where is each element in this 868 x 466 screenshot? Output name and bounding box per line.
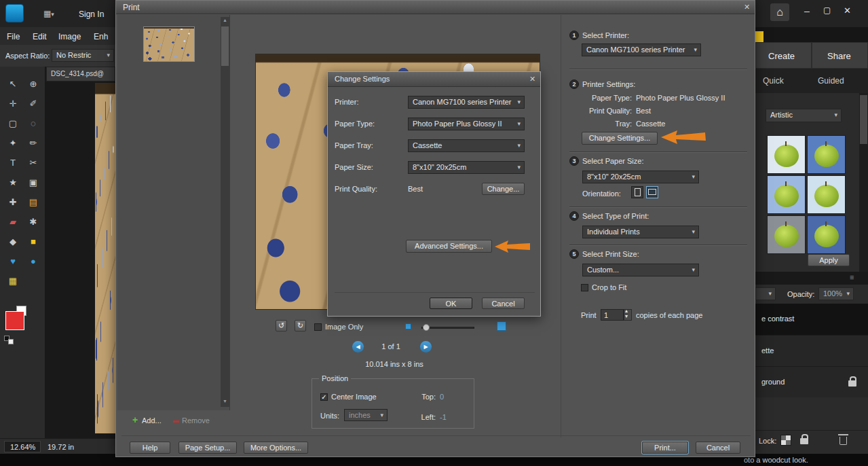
mode-quick[interactable]: Quick	[763, 76, 784, 86]
copies-input[interactable]	[601, 309, 624, 321]
mode-guided[interactable]: Guided	[818, 76, 844, 86]
eyedropper-tool[interactable]: ✐	[24, 96, 42, 112]
tab-create[interactable]: Create	[755, 42, 812, 69]
opacity-dropdown[interactable]: 100%	[818, 287, 854, 300]
remove-icon[interactable]	[173, 420, 179, 423]
change-settings-close-icon[interactable]: ✕	[529, 75, 535, 84]
effect-thumbnail[interactable]	[807, 135, 846, 174]
cs-printer-dropdown[interactable]: Canon MG7100 series Printer	[408, 96, 525, 109]
cs-cancel-button[interactable]: Cancel	[482, 298, 525, 309]
clone-stamp-tool[interactable]: ▣	[24, 175, 42, 191]
layer-row[interactable]: ette	[755, 335, 868, 366]
maximize-button[interactable]: ▢	[823, 5, 831, 15]
copies-spinner[interactable]: ▴ ▾	[624, 309, 632, 321]
change-settings-button[interactable]: Change Settings...	[582, 132, 658, 145]
zoom-level-box[interactable]: 12.64%	[4, 441, 41, 452]
document-tab[interactable]: DSC_4314.psd@	[46, 67, 115, 82]
more-options-button[interactable]: More Options...	[244, 442, 308, 454]
effects-category-dropdown[interactable]: Artistic	[766, 109, 842, 122]
spinner-down-icon[interactable]: ▾	[625, 313, 628, 319]
minimize-button[interactable]: –	[804, 5, 810, 16]
delete-layer-icon[interactable]	[839, 437, 847, 445]
image-only-checkbox[interactable]	[314, 323, 322, 331]
close-window-button[interactable]: ✕	[844, 5, 851, 16]
print-size-dropdown[interactable]: Custom...	[582, 264, 699, 276]
marquee-tool[interactable]: ▢	[4, 115, 22, 132]
effects-scrollbar-thumb[interactable]	[860, 95, 867, 144]
move-tool[interactable]: ↖	[4, 76, 22, 92]
help-button[interactable]: Help	[130, 442, 170, 454]
menu-image[interactable]: Image	[58, 32, 81, 41]
units-dropdown[interactable]: inches	[344, 409, 388, 421]
center-image-checkbox[interactable]: ✓	[320, 393, 328, 401]
rotate-right-button[interactable]: ↻	[295, 320, 306, 331]
page-setup-button[interactable]: Page Setup...	[178, 442, 237, 454]
printer-dropdown[interactable]: Canon MG7100 series Printer	[582, 43, 701, 56]
print-thumbnail[interactable]	[143, 26, 195, 62]
type-tool[interactable]: T	[4, 155, 22, 171]
effect-thumbnail[interactable]	[807, 175, 846, 214]
effect-thumbnail[interactable]	[767, 135, 806, 174]
zoom-tool[interactable]: ⊕	[24, 76, 42, 92]
zoom-slider-thumb[interactable]	[423, 324, 430, 331]
blend-mode-dropdown[interactable]	[755, 287, 776, 300]
cs-paper-tray-dropdown[interactable]: Cassette	[408, 139, 525, 152]
eraser-tool[interactable]: ▤	[24, 194, 42, 211]
sponge-tool[interactable]: ▦	[4, 273, 22, 289]
cs-paper-size-dropdown[interactable]: 8"x10" 20x25cm	[408, 161, 525, 174]
crop-to-fit-checkbox[interactable]	[581, 284, 588, 291]
effect-thumbnail[interactable]	[767, 215, 806, 254]
rotate-left-button[interactable]: ↺	[276, 320, 287, 331]
menu-enhance[interactable]: Enh	[94, 32, 108, 41]
thumbnail-scrollbar-thumb[interactable]	[221, 26, 229, 66]
layer-row-selected[interactable]: e contrast	[755, 304, 868, 335]
heart-shape-tool[interactable]: ♥	[4, 253, 22, 270]
print-dialog-close-icon[interactable]: ✕	[744, 3, 750, 12]
cancel-button[interactable]: Cancel	[696, 442, 740, 454]
lock-all-icon[interactable]	[800, 438, 808, 444]
menu-edit[interactable]: Edit	[33, 32, 47, 41]
workspace-grid-icon[interactable]: ▦▾	[43, 9, 54, 18]
effect-thumbnail[interactable]	[767, 175, 806, 214]
aspect-ratio-dropdown[interactable]: No Restric	[52, 49, 114, 62]
sign-in-button[interactable]: Sign In	[79, 10, 104, 19]
orientation-portrait-button[interactable]	[631, 186, 643, 198]
change-settings-titlebar[interactable]: Change Settings ✕	[328, 72, 540, 87]
blur-tool[interactable]: ●	[24, 253, 42, 270]
crop-tool[interactable]: ✂	[24, 155, 42, 171]
smudge-tool[interactable]: ✱	[24, 214, 42, 230]
lasso-tool[interactable]: ◌	[24, 115, 42, 132]
paint-bucket-tool[interactable]: ◆	[4, 234, 22, 250]
pencil-tool[interactable]: ▰	[4, 214, 22, 230]
cs-ok-button[interactable]: OK	[430, 298, 472, 309]
type-of-print-dropdown[interactable]: Individual Prints	[582, 226, 699, 238]
print-button[interactable]: Print...	[642, 442, 688, 454]
tab-share[interactable]: Share	[812, 42, 868, 69]
print-dialog-titlebar[interactable]: Print ✕	[116, 1, 755, 14]
scroll-down-icon[interactable]: ▼	[223, 399, 227, 404]
previous-page-button[interactable]: ◀	[352, 341, 364, 353]
spot-healing-tool[interactable]: ✚	[4, 194, 22, 211]
home-button[interactable]: ⌂	[770, 3, 789, 21]
hand-tool[interactable]: ✛	[4, 96, 22, 112]
lock-transparency-icon[interactable]	[780, 435, 791, 446]
orientation-landscape-button[interactable]	[646, 186, 658, 198]
scroll-up-icon[interactable]: ▲	[223, 18, 227, 22]
effect-thumbnail[interactable]	[807, 215, 846, 254]
layer-row[interactable]: ground	[755, 366, 868, 397]
paper-size-dropdown[interactable]: 8"x10" 20x25cm	[582, 171, 699, 183]
effects-scrollbar[interactable]	[859, 93, 868, 283]
menu-file[interactable]: File	[7, 32, 20, 41]
selection-brush-tool[interactable]: ✏	[24, 135, 42, 151]
thumbnail-scrollbar[interactable]: ▲ ▼	[221, 17, 229, 407]
remove-photo-button[interactable]: Remove	[182, 416, 210, 425]
magic-wand-tool[interactable]: ✦	[4, 135, 22, 151]
add-icon[interactable]: +	[132, 414, 138, 425]
shape-tool[interactable]: ★	[4, 175, 22, 191]
apply-button[interactable]: Apply	[808, 254, 850, 266]
cs-paper-type-dropdown[interactable]: Photo Paper Plus Glossy II	[408, 118, 525, 130]
cs-advanced-settings-button[interactable]: Advanced Settings...	[406, 240, 492, 253]
next-page-button[interactable]: ▶	[420, 341, 432, 353]
foreground-color-swatch[interactable]	[5, 311, 24, 330]
add-photos-button[interactable]: Add...	[142, 416, 162, 425]
